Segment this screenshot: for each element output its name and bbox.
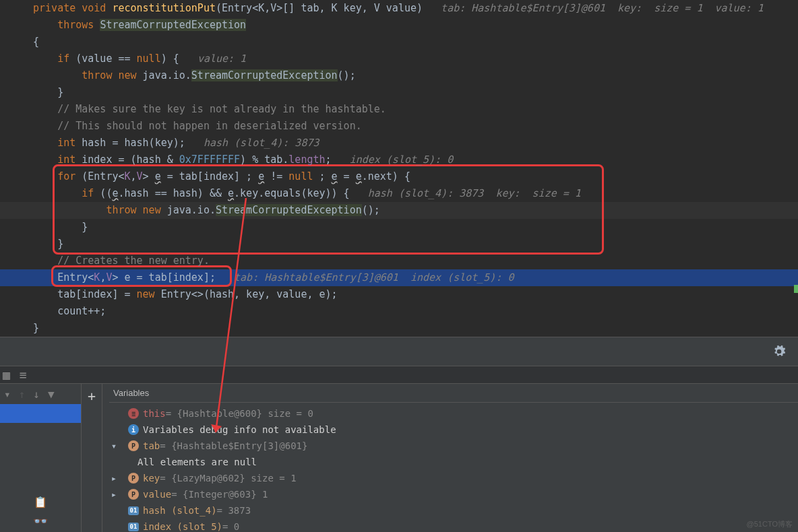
frames-column: ▾ ↑ ↓ ▼ 📋 👓: [0, 384, 82, 532]
info-icon: i: [128, 424, 139, 435]
annotation-arrow: [209, 198, 256, 440]
step-down-icon[interactable]: ↓: [33, 388, 40, 401]
dropdown-icon[interactable]: ▾: [4, 388, 11, 401]
variables-column: Variables ≡ this = {Hashtable@600} size …: [102, 384, 798, 532]
code-editor[interactable]: private void reconstitutionPut(Entry<K,V…: [0, 0, 798, 337]
slot-badge-icon: 01: [128, 506, 139, 515]
slot-badge-icon: 01: [128, 523, 139, 531]
gear-icon[interactable]: [772, 345, 786, 358]
debugger-panel: ▾ ↑ ↓ ▼ 📋 👓 + Variables ≡ this = {Hashta…: [0, 384, 798, 532]
var-hash[interactable]: 01 hash (slot_4) = 3873: [109, 502, 798, 519]
param-badge-icon: P: [128, 489, 139, 500]
param-badge-icon: P: [128, 473, 139, 484]
layout-icon[interactable]: ≡: [20, 368, 27, 382]
debug-toolbar: [0, 337, 798, 366]
var-key[interactable]: ▸ P key = {LazyMap@602} size = 1: [109, 470, 798, 486]
step-up-icon: ↑: [19, 388, 26, 401]
svg-line-0: [216, 198, 246, 432]
watermark: @51CTO博客: [747, 519, 793, 529]
expand-icon[interactable]: ▸: [109, 489, 119, 500]
add-watch-icon[interactable]: +: [88, 388, 96, 404]
var-index[interactable]: 01 index (slot_5) = 0: [109, 519, 798, 532]
param-badge-icon: P: [128, 440, 139, 451]
clipboard-icon[interactable]: 📋: [34, 496, 47, 508]
field-badge-icon: ≡: [128, 408, 139, 419]
variables-gutter: +: [82, 384, 102, 532]
var-value[interactable]: ▸ P value = {Integer@603} 1: [109, 486, 798, 502]
expand-icon[interactable]: ▾: [109, 440, 119, 451]
var-tab-elements: All elements are null: [109, 454, 798, 470]
expand-icon[interactable]: ▸: [109, 473, 119, 484]
selected-frame[interactable]: [0, 404, 81, 423]
debug-layout-strip: ▦ ≡: [0, 366, 798, 384]
filter-icon[interactable]: ▼: [48, 388, 55, 401]
watch-icon[interactable]: 👓: [33, 514, 48, 528]
svg-marker-1: [211, 424, 222, 432]
calculator-icon[interactable]: ▦: [3, 368, 10, 382]
source-code[interactable]: private void reconstitutionPut(Entry<K,V…: [0, 0, 798, 337]
